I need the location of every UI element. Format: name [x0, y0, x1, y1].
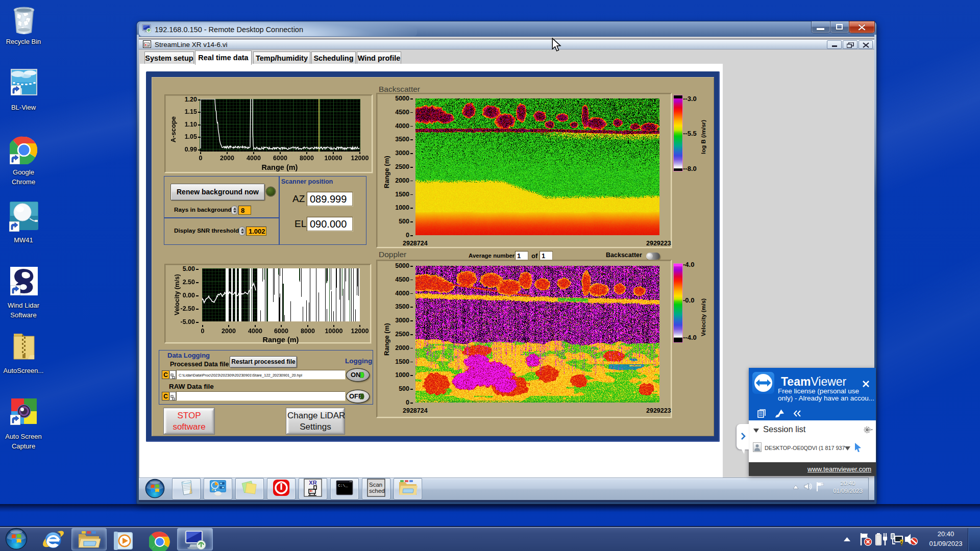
svg-text:Scan: Scan — [369, 482, 382, 488]
svg-text:C:\_: C:\_ — [338, 483, 348, 488]
svg-text:XR: XR — [309, 480, 316, 486]
svg-text:sched: sched — [369, 488, 385, 494]
